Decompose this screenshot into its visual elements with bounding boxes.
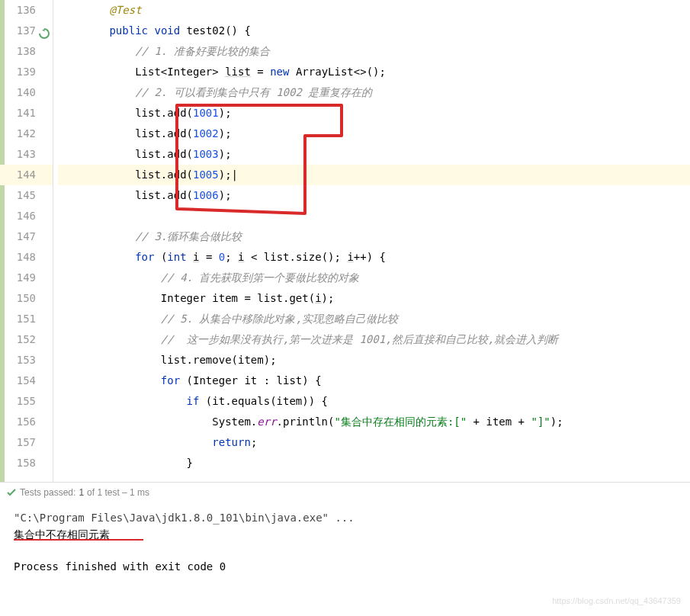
code-line: return; — [58, 432, 690, 453]
check-icon — [6, 487, 17, 498]
line-number[interactable]: 142 — [0, 124, 53, 144]
line-number[interactable]: 155 — [0, 391, 53, 412]
line-number[interactable]: 151 — [0, 309, 53, 329]
line-number[interactable]: 140 — [0, 82, 53, 103]
pen-underline — [14, 539, 143, 541]
code-line: @Test — [58, 0, 690, 21]
code-line: for (Integer it : list) { — [58, 371, 690, 391]
line-number[interactable]: 146 — [0, 206, 53, 226]
tests-count: 1 — [79, 487, 84, 498]
line-number[interactable]: 147 — [0, 226, 53, 247]
code-line — [58, 206, 690, 226]
line-number[interactable]: 152 — [0, 329, 53, 350]
line-number[interactable]: 154 — [0, 371, 53, 391]
line-number[interactable]: 144 — [0, 165, 53, 185]
code-line: for (int i = 0; i < list.size(); i++) { — [58, 247, 690, 268]
code-line: // 1. 准备好要比较的集合 — [58, 41, 690, 62]
code-line: // 这一步如果没有执行,第一次进来是 1001,然后直接和自己比较,就会进入判… — [58, 329, 690, 350]
code-line: List<Integer> list = new ArrayList<>(); — [58, 62, 690, 82]
code-line: // 5. 从集合中移除此对象,实现忽略自己做比较 — [58, 309, 690, 329]
annotation: @Test — [109, 4, 141, 16]
code-line: list.add(1001); — [58, 103, 690, 124]
line-number[interactable]: 156 — [0, 412, 53, 432]
console-line-cmd: "C:\Program Files\Java\jdk1.8.0_101\bin\… — [14, 509, 676, 526]
line-number[interactable]: 138 — [0, 41, 53, 62]
code-line: System.err.println("集合中存在相同的元素:[" + item… — [58, 412, 690, 432]
line-number[interactable]: 149 — [0, 268, 53, 288]
line-number[interactable]: 137 — [0, 21, 53, 41]
code-line: list.add(1002); — [58, 124, 690, 144]
line-number[interactable]: 150 — [0, 288, 53, 309]
code-line: list.add(1003); — [58, 144, 690, 165]
line-number[interactable]: 136 — [0, 0, 53, 21]
code-content[interactable]: @Test public void test02() { // 1. 准备好要比… — [53, 0, 690, 482]
code-line: public void test02() { — [58, 21, 690, 41]
tests-detail: of 1 test – 1 ms — [87, 487, 149, 498]
code-line: list.remove(item); — [58, 350, 690, 371]
line-number[interactable]: 158 — [0, 453, 53, 473]
line-number[interactable]: 143 — [0, 144, 53, 165]
line-number[interactable]: 153 — [0, 350, 53, 371]
code-line: // 3.循环集合做比较 — [58, 226, 690, 247]
console-output[interactable]: "C:\Program Files\Java\jdk1.8.0_101\bin\… — [0, 502, 690, 582]
line-number[interactable]: 139 — [0, 62, 53, 82]
code-line: list.add(1006); — [58, 185, 690, 206]
code-line: Integer item = list.get(i); — [58, 288, 690, 309]
line-number[interactable]: 141 — [0, 103, 53, 124]
line-number[interactable]: 157 — [0, 432, 53, 453]
code-line: // 2. 可以看到集合中只有 1002 是重复存在的 — [58, 82, 690, 103]
editor-gutter: 1361371381391401411421431441451461471481… — [0, 0, 53, 482]
line-number[interactable]: 148 — [0, 247, 53, 268]
code-line: } — [58, 453, 690, 473]
code-line: // 4. 首先获取到第一个要做比较的对象 — [58, 268, 690, 288]
code-line: if (it.equals(item)) { — [58, 391, 690, 412]
code-line-highlighted: list.add(1005);| — [58, 165, 690, 185]
test-results-bar: Tests passed: 1 of 1 test – 1 ms — [0, 482, 690, 502]
code-editor[interactable]: 1361371381391401411421431441451461471481… — [0, 0, 690, 482]
line-number[interactable]: 145 — [0, 185, 53, 206]
tests-label: Tests passed: — [20, 487, 75, 498]
console-line-exit: Process finished with exit code 0 — [14, 558, 676, 575]
watermark: https://blog.csdn.net/qq_43647359 — [552, 596, 681, 605]
